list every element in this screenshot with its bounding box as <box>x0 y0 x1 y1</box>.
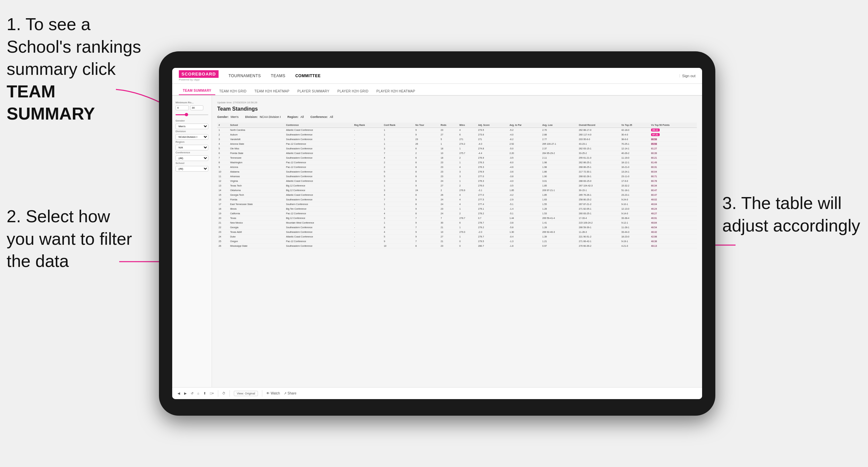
division-filter-value: NCAA Division I <box>260 115 281 119</box>
col-no-tour: No Tour <box>414 123 439 128</box>
school-select[interactable]: (All) <box>176 166 208 172</box>
col-school: School <box>229 123 285 128</box>
nav-tournaments[interactable]: TOURNAMENTS <box>228 73 261 78</box>
gender-filter-label: Gender: <box>217 115 229 119</box>
score-badge: 80.31 <box>651 166 657 168</box>
score-badge: 87.21 <box>651 133 660 136</box>
instruction-1-line2: summary click <box>7 59 116 79</box>
table-row: 1 North Carolina Atlantic Coast Conferen… <box>217 128 697 132</box>
toolbar-clock[interactable]: ⏱ <box>222 392 225 395</box>
main-content: Update time: 27/03/2024 16:56:26 Team St… <box>212 96 702 387</box>
region-filter-value: All <box>300 115 304 119</box>
col-overall: Overall Record <box>578 123 620 128</box>
table-row: 7 Tennessee Southeastern Conference - 4 … <box>217 156 697 160</box>
toolbar-sep-2 <box>229 390 230 397</box>
sub-nav-team-summary[interactable]: TEAM SUMMARY <box>179 89 215 95</box>
col-rank: # <box>217 123 229 128</box>
view-original-button[interactable]: View: Original <box>234 391 258 396</box>
col-adj-score: Adj. Score <box>477 123 508 128</box>
min-rounds-label: Minimum Ro... <box>176 101 208 104</box>
score-badge: 48.02 <box>651 198 657 201</box>
division-label: Division <box>176 130 208 133</box>
table-row: 26 Mississippi State Southeastern Confer… <box>217 244 697 248</box>
gender-filter-value: Men's <box>231 115 239 119</box>
table-row: 15 Georgia Tech Atlantic Coast Conferenc… <box>217 193 697 197</box>
table-row: 21 New Mexico Mountain West Conference -… <box>217 221 697 225</box>
region-select[interactable]: N/A <box>176 145 208 150</box>
logo-sub: Powered by clippi <box>179 78 219 81</box>
table-row: 16 Florida Southeastern Conference - 7 9… <box>217 197 697 202</box>
table-row: 23 Texas A&M Southeastern Conference - 4… <box>217 230 697 235</box>
sub-nav-player-h2h-grid[interactable]: PLAYER H2H GRID <box>334 89 373 95</box>
score-badge: 48.38 <box>651 240 657 243</box>
sub-nav-player-summary[interactable]: PLAYER SUMMARY <box>293 89 334 95</box>
watch-button[interactable]: 👁 Watch <box>266 392 280 395</box>
table-row: 11 Arkansas Southeastern Conference - 5 … <box>217 174 697 179</box>
gender-label: Gender <box>176 119 208 122</box>
instruction-1-bold: TEAM SUMMARY <box>7 82 95 124</box>
min-rounds-min-input[interactable] <box>176 105 189 110</box>
instruction-3: 3. The table will adjust accordingly <box>722 192 861 237</box>
col-reg-rank: Reg Rank <box>353 123 382 128</box>
min-rounds-max-input[interactable] <box>190 105 203 110</box>
logo-area: SCOREBOARD Powered by clippi <box>179 70 219 81</box>
col-vs-top25: Vs Top 25 <box>620 123 650 128</box>
instruction-2-text: 2. Select how you want to filter the dat… <box>7 207 132 271</box>
toolbar-reload[interactable]: ↺ <box>191 392 193 395</box>
table-row: 5 Ole Miss Southeastern Conference - 3 6… <box>217 146 697 151</box>
filters-row: Gender: Men's Division: NCAA Division I … <box>217 115 697 119</box>
share-button[interactable]: ↗ Share <box>284 392 297 395</box>
score-badge: 80.78 <box>651 180 657 182</box>
col-vs-top50: Vs Top 50 Points <box>650 123 697 128</box>
score-badge: 80.47 <box>651 194 657 196</box>
table-row: 10 Alabama Southeastern Conference - 5 8… <box>217 169 697 174</box>
division-select[interactable]: NCAA Division I <box>176 134 208 140</box>
table-row: 12 Virginia Atlantic Coast Conference - … <box>217 179 697 184</box>
table-body: 1 North Carolina Atlantic Coast Conferen… <box>217 128 697 248</box>
instruction-3-text: 3. The table will adjust accordingly <box>722 193 860 235</box>
toolbar-back[interactable]: ◀ <box>178 392 180 395</box>
table-header-row: # School Conference Reg Rank Conf Rank N… <box>217 123 697 128</box>
toolbar-bookmark[interactable]: □+ <box>210 392 214 395</box>
nav-committee[interactable]: COMMITTEE <box>296 73 321 78</box>
score-badge: 48.84 <box>651 222 657 224</box>
sub-nav-player-h2h-heatmap[interactable]: PLAYER H2H HEATMAP <box>372 89 419 95</box>
conference-select[interactable]: (All) <box>176 155 208 161</box>
sub-nav: TEAM SUMMARY TEAM H2H GRID TEAM H2H HEAT… <box>172 84 702 96</box>
score-badge: 48.13 <box>651 245 657 247</box>
table-row: 22 Georgia Southeastern Conference - 8 7… <box>217 225 697 230</box>
score-badge: 48.54 <box>651 226 657 228</box>
score-badge: 48.27 <box>651 212 657 215</box>
gender-select[interactable]: Men's <box>176 124 208 129</box>
score-badge: 81.27 <box>651 147 657 150</box>
conference-filter-label: Conference: <box>310 115 328 119</box>
toolbar-forward[interactable]: ▶ <box>184 392 187 395</box>
sub-nav-team-h2h-heatmap[interactable]: TEAM H2H HEATMAP <box>250 89 293 95</box>
toolbar-share-2[interactable]: ⬆ <box>203 392 206 395</box>
table-row: 6 Florida State Atlantic Coast Conferenc… <box>217 151 697 156</box>
score-badge: 80.04 <box>651 170 657 173</box>
col-wins: Wins <box>458 123 477 128</box>
bottom-toolbar: ◀ ▶ ↺ ⌂ ⬆ □+ ⏱ View: Original 👁 Watch ↗ … <box>172 387 702 399</box>
sub-nav-team-h2h-grid[interactable]: TEAM H2H GRID <box>215 89 250 95</box>
tablet-screen: SCOREBOARD Powered by clippi TOURNAMENTS… <box>172 68 702 399</box>
conference-label: Conference <box>176 151 208 154</box>
table-row: 9 Arizona Pac-12 Conference - 2 8 23 4 2… <box>217 165 697 169</box>
table-row: 14 Oklahoma Big 12 Conference - 3 24 2 2… <box>217 188 697 193</box>
toolbar-sep-1 <box>218 390 218 397</box>
table-row: 24 Duke Atlantic Coast Conference - 5 9 … <box>217 235 697 239</box>
table-row: 13 Texas Tech Big 12 Conference - 1 9 27… <box>217 184 697 188</box>
col-avg-low: Avg. Low <box>541 123 578 128</box>
table-row: 19 California Pac-12 Conference - 4 8 24… <box>217 211 697 216</box>
content-area: Minimum Ro... Gender Men's Division <box>172 96 702 387</box>
score-badge: 85.58 <box>651 143 657 145</box>
instruction-1-line1: 1. To see a School's rankings <box>7 14 141 56</box>
score-badge: 80.39 <box>651 152 657 154</box>
nav-teams[interactable]: TEAMS <box>271 73 285 78</box>
score-badge: 46.24 <box>651 208 657 210</box>
toolbar-home[interactable]: ⌂ <box>197 392 199 395</box>
table-row: 20 Texas Big 12 Conference - 3 7 7 278.7… <box>217 216 697 221</box>
section-title: Team Standings <box>217 106 697 112</box>
standings-table: # School Conference Reg Rank Conf Rank N… <box>217 123 697 248</box>
sign-out-button[interactable]: Sign out <box>682 74 695 78</box>
